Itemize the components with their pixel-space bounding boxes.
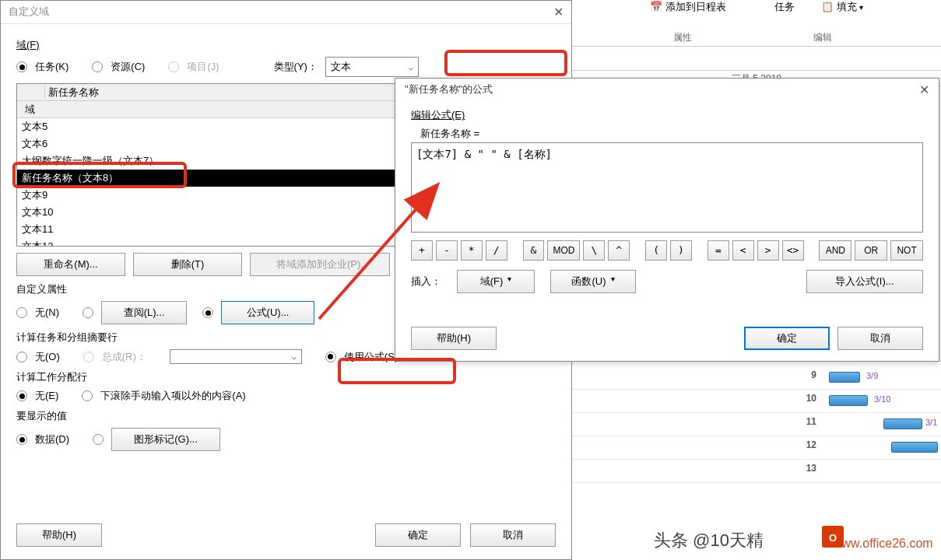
- chevron-down-icon: ▾: [859, 3, 863, 12]
- radio-calc-none[interactable]: [16, 352, 27, 362]
- calc-assign-label: 计算工作分配行: [16, 370, 556, 384]
- type-select-value: 文本: [331, 60, 351, 74]
- op-gt[interactable]: >: [757, 240, 779, 261]
- radio-task-label: 任务(K): [35, 60, 68, 74]
- gantt-row-num: 11: [806, 416, 816, 427]
- op-not[interactable]: NOT: [890, 240, 923, 261]
- op-lparen[interactable]: (: [645, 240, 667, 261]
- op-minus[interactable]: -: [436, 240, 458, 261]
- radio-use-formula[interactable]: [325, 352, 336, 362]
- edit-formula-label: 编辑公式(E): [411, 108, 923, 122]
- op-mod[interactable]: MOD: [547, 240, 580, 261]
- radio-attr-none[interactable]: [16, 307, 27, 318]
- chevron-down-icon: ⌵: [409, 63, 413, 72]
- op-ne[interactable]: <>: [782, 240, 804, 261]
- graphic-button[interactable]: 图形标记(G)...: [111, 428, 220, 451]
- ribbon-bg: 📅 添加到日程表 任务 📋 填充 ▾ 属性 编辑: [572, 0, 941, 47]
- op-rparen[interactable]: ): [670, 240, 692, 261]
- rename-button[interactable]: 重命名(M)...: [16, 253, 125, 276]
- cancel-button[interactable]: 取消: [470, 523, 556, 547]
- radio-resource[interactable]: [92, 61, 103, 72]
- lookup-button[interactable]: 查阅(L)...: [101, 301, 187, 324]
- display-label: 要显示的值: [16, 409, 556, 423]
- gantt-bar-label: 3/10: [874, 394, 890, 404]
- insert-field-button[interactable]: 域(F)▾: [457, 270, 535, 293]
- radio-assign-rolldown[interactable]: [82, 390, 93, 401]
- calendar-add-icon: 📅: [650, 1, 662, 12]
- chevron-down-icon: ▾: [611, 275, 615, 289]
- radio-display-data-label: 数据(D): [35, 432, 69, 446]
- add-enterprise-button: 将域添加到企业(P).: [250, 253, 390, 276]
- type-select[interactable]: 文本 ⌵: [325, 57, 419, 77]
- op-eq[interactable]: =: [708, 240, 729, 261]
- radio-calc-none-label: 无(O): [35, 350, 60, 364]
- radio-resource-label: 资源(C): [111, 60, 145, 74]
- gantt-row-num: 13: [806, 463, 816, 474]
- radio-assign-none-label: 无(E): [35, 389, 58, 403]
- ribbon-add-calendar[interactable]: 添加到日程表: [665, 1, 726, 12]
- op-div[interactable]: /: [486, 240, 507, 261]
- rollup-select[interactable]: ⌵: [170, 349, 302, 364]
- radio-calc-rollup-label: 总成(R)：: [102, 350, 146, 364]
- radio-use-formula-label: 使用公式(S): [344, 350, 398, 364]
- radio-attr-none-label: 无(N): [35, 306, 59, 320]
- op-amp[interactable]: &: [523, 240, 545, 261]
- gantt-bar-label: 3/9: [866, 371, 878, 380]
- op-mult[interactable]: *: [461, 240, 483, 261]
- radio-task[interactable]: [16, 61, 27, 72]
- formula-input[interactable]: [文本7] & " " & [名称]: [411, 142, 923, 233]
- field-name-label: 新任务名称 =: [420, 127, 923, 141]
- ribbon-group-attr: 属性: [673, 31, 692, 44]
- gantt-row-num: 12: [806, 439, 816, 450]
- type-label: 类型(Y)：: [274, 60, 318, 74]
- gantt-bar-label: 3/1: [925, 418, 937, 427]
- radio-display-data[interactable]: [16, 434, 27, 445]
- radio-assign-none[interactable]: [16, 390, 27, 401]
- radio-project[interactable]: [168, 61, 179, 72]
- op-or[interactable]: OR: [855, 240, 887, 261]
- chevron-down-icon: ⌵: [292, 352, 297, 361]
- ribbon-group-edit: 编辑: [813, 31, 832, 44]
- op-and[interactable]: AND: [819, 240, 851, 261]
- ribbon-fill[interactable]: 填充: [837, 1, 857, 12]
- delete-button[interactable]: 删除(T): [133, 253, 242, 276]
- op-plus[interactable]: +: [411, 240, 433, 261]
- formula-dialog-title: "新任务名称"的公式: [405, 82, 493, 98]
- radio-attr-formula[interactable]: [202, 307, 213, 318]
- watermark-text: 头条 @10天精: [654, 529, 764, 552]
- radio-project-label: 项目(J): [187, 60, 219, 74]
- svg-text:O: O: [829, 532, 837, 544]
- ok-button[interactable]: 确定: [375, 523, 461, 547]
- op-caret[interactable]: ^: [608, 240, 630, 261]
- help-button[interactable]: 帮助(H): [411, 327, 497, 350]
- radio-calc-rollup[interactable]: [83, 352, 94, 362]
- import-formula-button[interactable]: 导入公式(I)...: [806, 270, 923, 293]
- office-logo-icon: O: [817, 521, 848, 552]
- close-icon[interactable]: ✕: [919, 82, 929, 98]
- cancel-button[interactable]: 取消: [837, 327, 923, 350]
- dialog-title: 自定义域: [9, 5, 49, 19]
- op-backslash[interactable]: \: [583, 240, 605, 261]
- fill-icon: 📋: [821, 1, 834, 12]
- insert-function-button[interactable]: 函数(U)▾: [550, 270, 636, 293]
- formula-dialog: "新任务名称"的公式 ✕ 编辑公式(E) 新任务名称 = [文本7] & " "…: [395, 78, 939, 362]
- gantt-row-num: 9: [811, 369, 816, 380]
- gantt-row-num: 10: [806, 393, 816, 404]
- ribbon-task[interactable]: 任务: [774, 0, 795, 14]
- field-section-label: 域(F): [16, 38, 556, 52]
- chevron-down-icon: ▾: [507, 275, 511, 289]
- radio-display-graphic[interactable]: [93, 434, 104, 445]
- ok-button[interactable]: 确定: [744, 327, 830, 350]
- help-button[interactable]: 帮助(H): [16, 523, 102, 547]
- formula-button[interactable]: 公式(U)...: [221, 301, 314, 324]
- radio-attr-lookup[interactable]: [83, 307, 93, 318]
- radio-assign-rolldown-label: 下滚除手动输入项以外的内容(A): [100, 389, 245, 403]
- op-lt[interactable]: <: [732, 240, 754, 261]
- close-icon[interactable]: ✕: [553, 5, 564, 19]
- insert-label: 插入：: [411, 275, 441, 289]
